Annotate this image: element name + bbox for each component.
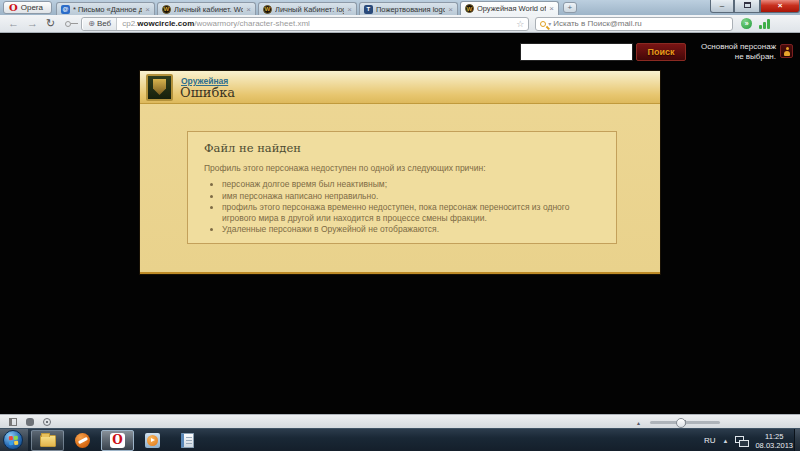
tab-bar: O Opera @ * Письмо «Данное де... × W Лич…: [0, 0, 800, 15]
status-line-2: не выбран.: [688, 52, 776, 62]
tray-date: 08.03.2013: [755, 441, 793, 450]
opera-logo-icon: O: [9, 4, 18, 12]
tab-title: Личный кабинет. Wo...: [174, 5, 243, 14]
bookmark-star-icon[interactable]: ☆: [516, 19, 524, 29]
opera-turbo-icon[interactable]: »: [741, 18, 752, 29]
browser-toolbar: ← → ↻ ⊕ Веб cp2.wowcircle.com/wowarmory/…: [0, 15, 800, 33]
tray-time: 11:25: [755, 432, 793, 441]
wow-icon: W: [263, 5, 272, 14]
zoom-slider[interactable]: [650, 421, 720, 424]
person-icon: [784, 47, 790, 56]
windows-taskbar: O RU ▲ 11:25 08.03.2013: [0, 428, 800, 451]
window-controls: – ×: [710, 0, 800, 13]
error-reason: персонаж долгое время был неактивным;: [222, 179, 604, 190]
browser-status-bar: ▴: [0, 414, 800, 428]
windows-start-icon: [3, 430, 23, 450]
connection-bars-icon[interactable]: [759, 19, 770, 29]
taskbar-notepad-button[interactable]: [171, 430, 204, 451]
armory-panel: Оружейная Ошибка Файл не найден Профиль …: [140, 71, 660, 274]
taskbar-app-button[interactable]: [66, 430, 99, 451]
maximize-icon: [744, 2, 751, 8]
address-bar[interactable]: ⊕ Веб cp2.wowcircle.com/wowarmory/charac…: [81, 17, 529, 31]
url-text[interactable]: cp2.wowcircle.com/wowarmory/character-sh…: [122, 19, 310, 28]
error-reason-list: персонаж долгое время был неактивным; им…: [222, 179, 604, 236]
wow-icon: W: [162, 5, 171, 14]
search-icon: [540, 21, 546, 27]
show-desktop-button[interactable]: [794, 429, 800, 451]
tab-title: Пожертвования logon...: [376, 5, 445, 14]
taskbar-opera-button[interactable]: O: [101, 430, 134, 451]
language-indicator[interactable]: RU: [704, 436, 716, 445]
error-reason: профиль этого персонажа временно недосту…: [222, 202, 604, 223]
reload-icon[interactable]: ↻: [46, 18, 55, 29]
tab-donations[interactable]: Т Пожертвования logon... ×: [359, 2, 458, 15]
new-tab-button[interactable]: +: [563, 2, 577, 13]
browser-window: O Opera @ * Письмо «Данное де... × W Лич…: [0, 0, 800, 451]
main-character-status: Основной персонаж не выбран.: [688, 42, 776, 62]
tab-personal-cabinet-2[interactable]: W Личный Кабинет: logo... ×: [258, 2, 357, 15]
tab-close-icon[interactable]: ×: [549, 4, 554, 13]
hidden-icons-chevron-icon[interactable]: ▲: [723, 438, 729, 444]
page-content: Поиск Основной персонаж не выбран. Оруже…: [0, 34, 800, 414]
armory-page-title: Ошибка: [180, 85, 235, 100]
error-box: Файл не найден Профиль этого персонажа н…: [187, 131, 617, 244]
globe-icon: ⊕: [88, 19, 95, 28]
mail-icon: @: [61, 5, 70, 14]
maximize-button[interactable]: [734, 0, 760, 13]
character-search-button[interactable]: Поиск: [636, 43, 686, 61]
tab-close-icon[interactable]: ×: [145, 5, 150, 14]
error-reason: Удаленные персонажи в Оружейной не отобр…: [222, 224, 604, 235]
opera-icon: O: [110, 433, 125, 448]
tab-close-icon[interactable]: ×: [347, 5, 352, 14]
browser-search-input[interactable]: [553, 19, 732, 28]
error-title: Файл не найден: [204, 141, 301, 155]
tab-title: Оружейная World of ...: [477, 4, 546, 13]
error-intro: Профиль этого персонажа недоступен по од…: [204, 163, 486, 173]
tab-close-icon[interactable]: ×: [448, 5, 453, 14]
taskbar-mediaplayer-button[interactable]: [136, 430, 169, 451]
media-player-icon: [145, 433, 160, 448]
back-icon[interactable]: ←: [8, 18, 19, 29]
security-badge[interactable]: ⊕ Веб: [83, 18, 117, 30]
tab-title: * Письмо «Данное де...: [73, 5, 142, 14]
character-badge[interactable]: [780, 44, 793, 58]
notepad-icon: [181, 433, 194, 448]
opera-menu-button[interactable]: O Opera: [3, 1, 52, 14]
search-engine-chevron-icon[interactable]: ▾: [548, 20, 551, 27]
tab-close-icon[interactable]: ×: [246, 5, 251, 14]
start-button[interactable]: [0, 429, 28, 451]
opera-menu-label: Opera: [21, 3, 43, 12]
sync-icon[interactable]: [43, 418, 51, 426]
forward-icon[interactable]: →: [27, 18, 38, 29]
status-line-1: Основной персонаж: [688, 42, 776, 52]
url-path: /wowarmory/character-sheet.xml: [194, 19, 310, 28]
security-badge-label: Веб: [97, 19, 111, 28]
close-button[interactable]: ×: [760, 0, 800, 13]
orange-app-icon: [75, 433, 90, 448]
zoom-slider-handle[interactable]: [676, 418, 686, 428]
donation-icon: Т: [364, 5, 373, 14]
armory-logo-icon: [146, 74, 173, 101]
url-prefix: cp2.: [122, 19, 137, 28]
taskbar-explorer-button[interactable]: [31, 430, 64, 451]
windows-flag-icon: [9, 436, 19, 446]
system-tray: RU ▲ 11:25 08.03.2013: [704, 429, 793, 451]
unite-icon[interactable]: [26, 418, 34, 426]
browser-search-box[interactable]: ▾: [535, 17, 733, 31]
tab-armory-active[interactable]: W Оружейная World of ... ×: [460, 1, 559, 15]
armory-header: Оружейная Ошибка: [140, 71, 660, 104]
tab-title: Личный Кабинет: logo...: [275, 5, 344, 14]
folder-icon: [40, 435, 56, 447]
panels-toggle-icon[interactable]: [9, 418, 17, 426]
wow-icon: W: [465, 4, 474, 13]
url-domain: wowcircle.com: [137, 19, 194, 28]
zoom-menu-icon[interactable]: ▴: [637, 419, 640, 426]
character-search-input[interactable]: [520, 43, 633, 61]
clock[interactable]: 11:25 08.03.2013: [755, 432, 793, 450]
minimize-button[interactable]: –: [710, 0, 734, 13]
network-icon[interactable]: [735, 435, 748, 447]
tab-mail-letter[interactable]: @ * Письмо «Данное де... ×: [56, 2, 155, 15]
error-reason: имя персонажа написано неправильно.: [222, 191, 604, 202]
password-wand-icon[interactable]: [65, 21, 71, 27]
tab-personal-cabinet-1[interactable]: W Личный кабинет. Wo... ×: [157, 2, 256, 15]
